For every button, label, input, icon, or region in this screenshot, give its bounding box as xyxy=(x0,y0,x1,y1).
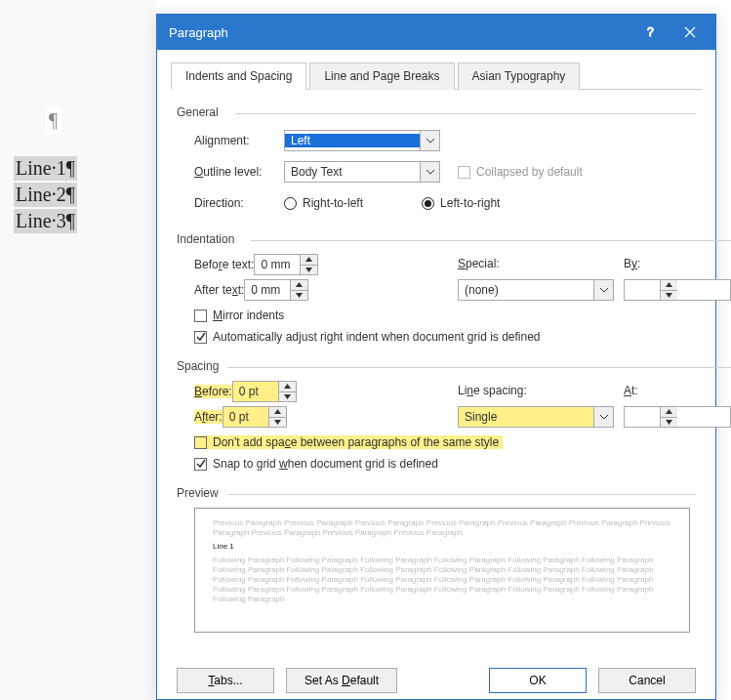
preview-group: Preview Previous Paragraph Previous Para… xyxy=(177,480,696,633)
preview-prev-text: Previous Paragraph Previous Paragraph Pr… xyxy=(213,518,671,538)
tab-asian-typography[interactable]: Asian Typography xyxy=(458,62,581,90)
special-value: (none) xyxy=(459,283,593,297)
spacing-legend: Spacing xyxy=(177,359,731,373)
tabs-button[interactable]: Tabs... xyxy=(177,668,274,693)
line-spacing-label: Line spacing: xyxy=(458,384,624,397)
spacing-before-spinner[interactable]: 0 pt xyxy=(232,381,297,402)
after-text-spinner[interactable]: 0 mm xyxy=(244,279,308,301)
up-icon xyxy=(301,255,317,265)
close-button[interactable] xyxy=(670,15,710,50)
by-value xyxy=(625,280,660,300)
auto-adjust-checkbox[interactable]: Automatically adjust right indent when d… xyxy=(194,330,541,344)
chevron-down-icon xyxy=(593,407,613,427)
spacing-before-value: 0 pt xyxy=(233,382,278,401)
down-icon xyxy=(269,417,286,428)
dialog-title: Paragraph xyxy=(169,25,228,40)
chevron-down-icon xyxy=(593,280,613,300)
help-button[interactable]: ? xyxy=(631,15,670,50)
at-label: At: xyxy=(624,384,731,397)
tab-line-page-breaks[interactable]: Line and Page Breaks xyxy=(309,62,454,90)
cancel-label: Cancel xyxy=(629,674,665,687)
general-legend: General xyxy=(177,105,696,119)
rtl-radio[interactable]: Right-to-left xyxy=(284,196,363,210)
pilcrow-mark: ¶ xyxy=(45,107,61,134)
down-icon xyxy=(279,391,296,402)
line-spacing-value: Single xyxy=(459,410,593,424)
down-icon xyxy=(291,290,307,301)
ok-label: OK xyxy=(529,674,546,687)
outline-label: Outline level: xyxy=(194,165,284,179)
doc-line: Line·1¶ xyxy=(14,156,77,181)
at-value xyxy=(625,407,660,427)
spacing-group: Spacing Before: 0 pt Line spacing: At: A… xyxy=(177,353,731,474)
mirror-label: Mirror indents xyxy=(213,309,284,322)
snap-grid-checkbox[interactable]: Snap to grid when document grid is defin… xyxy=(194,457,438,471)
spacing-after-value: 0 pt xyxy=(223,407,268,427)
down-icon xyxy=(661,290,677,301)
spacing-after-label: After: xyxy=(194,410,223,424)
dont-add-label: Don't add space between paragraphs of th… xyxy=(213,435,499,449)
outline-value: Body Text xyxy=(285,165,420,179)
set-default-button[interactable]: Set As Default xyxy=(286,668,397,693)
special-combo[interactable]: (none) xyxy=(458,279,614,301)
outline-combo[interactable]: Body Text xyxy=(284,161,440,183)
collapsed-checkbox: Collapsed by default xyxy=(458,165,583,179)
indentation-group: Indentation Before text: 0 mm Special: B… xyxy=(177,226,731,348)
indentation-legend: Indentation xyxy=(177,232,731,246)
auto-adjust-label: Automatically adjust right indent when d… xyxy=(213,330,541,344)
doc-line: Line·2¶ xyxy=(14,183,77,207)
mirror-indents-checkbox[interactable]: Mirror indents xyxy=(194,309,284,322)
dont-add-space-checkbox[interactable]: Don't add space between paragraphs of th… xyxy=(194,435,503,449)
tab-label: Indents and Spacing xyxy=(185,69,292,83)
tabs-button-label: Tabs... xyxy=(208,674,242,687)
preview-box: Previous Paragraph Previous Paragraph Pr… xyxy=(194,508,690,633)
direction-label: Direction: xyxy=(194,196,284,210)
tab-label: Asian Typography xyxy=(472,69,566,83)
preview-legend: Preview xyxy=(177,486,696,500)
up-icon xyxy=(291,280,307,290)
spacing-after-spinner[interactable]: 0 pt xyxy=(223,406,287,428)
cancel-button[interactable]: Cancel xyxy=(598,668,696,693)
down-icon xyxy=(661,417,677,428)
alignment-combo[interactable]: Left xyxy=(284,130,440,151)
collapsed-label: Collapsed by default xyxy=(476,165,583,179)
special-label: Special: xyxy=(458,257,624,270)
snap-label: Snap to grid when document grid is defin… xyxy=(213,457,438,471)
preview-main-text: Line 1 xyxy=(213,542,671,552)
chevron-down-icon xyxy=(420,131,439,150)
by-spinner[interactable] xyxy=(624,279,731,301)
preview-follow-text: Following Paragraph Following Paragraph … xyxy=(213,556,671,604)
up-icon xyxy=(661,280,677,290)
svg-text:?: ? xyxy=(647,26,654,38)
down-icon xyxy=(301,265,317,275)
before-text-label: Before text: xyxy=(194,258,254,271)
general-group: General Alignment: Left Outline level: B… xyxy=(177,100,696,221)
tab-indents-spacing[interactable]: Indents and Spacing xyxy=(171,62,306,90)
ok-button[interactable]: OK xyxy=(489,668,587,693)
rtl-label: Right-to-left xyxy=(303,196,363,210)
ltr-radio[interactable]: Left-to-right xyxy=(422,196,500,210)
up-icon xyxy=(661,407,677,417)
default-button-label: Set As Default xyxy=(305,674,379,687)
alignment-label: Alignment: xyxy=(194,134,284,147)
after-text-value: 0 mm xyxy=(245,280,290,300)
tab-label: Line and Page Breaks xyxy=(324,69,439,83)
before-text-value: 0 mm xyxy=(255,255,300,274)
up-icon xyxy=(269,407,286,417)
chevron-down-icon xyxy=(420,162,439,182)
after-text-label: After text: xyxy=(194,283,244,297)
at-spinner[interactable] xyxy=(624,406,731,428)
doc-line: Line·3¶ xyxy=(14,209,77,233)
up-icon xyxy=(279,382,296,391)
spacing-before-label: Before: xyxy=(194,385,232,398)
document-background: ¶ Line·1¶ Line·2¶ Line·3¶ xyxy=(0,0,156,700)
line-spacing-combo[interactable]: Single xyxy=(458,406,614,428)
ltr-label: Left-to-right xyxy=(440,196,500,210)
alignment-value: Left xyxy=(285,134,420,147)
before-text-spinner[interactable]: 0 mm xyxy=(254,254,318,275)
titlebar: Paragraph ? xyxy=(157,15,715,50)
paragraph-dialog: Paragraph ? Indents and Spacing Line and… xyxy=(156,14,716,700)
by-label: By: xyxy=(624,257,731,270)
